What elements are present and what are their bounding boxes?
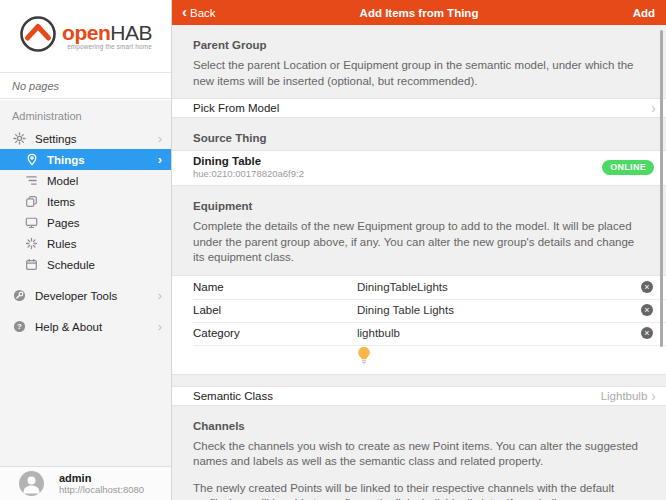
page-title: Add Items from Thing bbox=[172, 7, 666, 19]
pick-from-model-label: Pick From Model bbox=[193, 102, 279, 114]
tools-icon bbox=[12, 289, 27, 303]
calendar-icon bbox=[24, 258, 39, 272]
sidebar: openHAB empowering the smart home No pag… bbox=[0, 0, 172, 500]
sidebar-item-label: Schedule bbox=[47, 259, 95, 271]
channels-title: Channels bbox=[193, 420, 640, 432]
semantic-class-label: Semantic Class bbox=[193, 390, 273, 402]
lightbulb-icon bbox=[357, 351, 371, 368]
equipment-description: Complete the details of the new Equipmen… bbox=[193, 219, 642, 266]
pick-from-model-row[interactable]: Pick From Model › bbox=[172, 98, 666, 118]
sidebar-item-help-about[interactable]: ? Help & About › bbox=[0, 316, 171, 337]
no-pages-label: No pages bbox=[0, 72, 171, 99]
category-field-value[interactable]: lightbulb bbox=[357, 327, 641, 339]
semantic-class-value: Lightbulb bbox=[601, 390, 648, 402]
chevron-right-icon: › bbox=[158, 132, 162, 145]
gear-icon bbox=[12, 132, 27, 146]
sidebar-item-settings[interactable]: Settings › bbox=[0, 128, 171, 149]
sidebar-item-pages[interactable]: Pages bbox=[0, 212, 171, 233]
sidebar-item-schedule[interactable]: Schedule bbox=[0, 254, 171, 275]
semantic-class-row[interactable]: Semantic Class Lightbulb › bbox=[172, 386, 666, 406]
label-field-label: Label bbox=[193, 304, 357, 316]
parent-group-description: Select the parent Location or Equipment … bbox=[193, 58, 642, 89]
back-label: Back bbox=[190, 7, 216, 19]
category-field-row: Category lightbulb × bbox=[172, 322, 666, 345]
category-preview bbox=[172, 345, 666, 374]
sidebar-item-label: Model bbox=[47, 175, 78, 187]
user-name: admin bbox=[59, 472, 144, 484]
sidebar-item-label: Settings bbox=[35, 133, 77, 145]
name-field-label: Name bbox=[193, 281, 357, 293]
sidebar-item-developer-tools[interactable]: Developer Tools › bbox=[0, 285, 171, 306]
status-badge: ONLINE bbox=[602, 160, 654, 175]
openhab-logo-icon bbox=[19, 15, 57, 57]
parent-group-title: Parent Group bbox=[193, 39, 640, 51]
chevron-right-icon: › bbox=[158, 153, 162, 166]
sidebar-item-model[interactable]: Model bbox=[0, 170, 171, 191]
back-button[interactable]: ‹ Back bbox=[182, 7, 216, 19]
user-account[interactable]: admin http://localhost:8080 bbox=[0, 466, 171, 500]
openhab-wordmark: openHAB bbox=[62, 23, 152, 43]
sidebar-item-label: Rules bbox=[47, 238, 76, 250]
label-field-row: Label Dining Table Lights × bbox=[172, 299, 666, 322]
top-navbar: ‹ Back Add Items from Thing Add bbox=[172, 0, 666, 25]
server-url: http://localhost:8080 bbox=[59, 484, 144, 495]
sidebar-menu: Administration Settings › Things › bbox=[0, 100, 171, 466]
thing-name: Dining Table bbox=[193, 155, 304, 168]
tree-list-icon bbox=[24, 174, 39, 188]
sidebar-item-label: Help & About bbox=[35, 321, 102, 333]
sidebar-item-rules[interactable]: Rules bbox=[0, 233, 171, 254]
thing-uid: hue:0210:00178820a6f9:2 bbox=[193, 168, 304, 180]
copy-icon bbox=[24, 195, 39, 209]
svg-text:?: ? bbox=[17, 322, 22, 331]
spark-icon bbox=[24, 237, 39, 251]
name-field-row: Name DiningTableLights × bbox=[172, 276, 666, 299]
source-thing-title: Source Thing bbox=[193, 132, 640, 144]
openhab-logo: openHAB empowering the smart home bbox=[0, 0, 171, 72]
chevron-right-icon: › bbox=[651, 101, 656, 115]
clear-category-icon[interactable]: × bbox=[641, 327, 653, 339]
chevron-right-icon: › bbox=[158, 320, 162, 333]
equipment-form: Name DiningTableLights × Label Dining Ta… bbox=[172, 275, 666, 375]
sidebar-item-label: Pages bbox=[47, 217, 80, 229]
channels-description-2: The newly created Points will be linked … bbox=[193, 481, 642, 500]
monitor-icon bbox=[24, 216, 39, 230]
channels-description-1: Check the channels you wish to create as… bbox=[193, 439, 642, 470]
equipment-title: Equipment bbox=[193, 200, 640, 212]
name-field-value[interactable]: DiningTableLights bbox=[357, 281, 641, 293]
help-icon: ? bbox=[12, 320, 27, 334]
sidebar-item-items[interactable]: Items bbox=[0, 191, 171, 212]
logo-tagline: empowering the smart home bbox=[67, 43, 152, 50]
sidebar-item-things[interactable]: Things › bbox=[0, 149, 171, 170]
category-field-label: Category bbox=[193, 327, 357, 339]
pin-icon bbox=[24, 153, 39, 167]
label-field-value[interactable]: Dining Table Lights bbox=[357, 304, 641, 316]
source-thing-row[interactable]: Dining Table hue:0210:00178820a6f9:2 ONL… bbox=[172, 150, 666, 186]
sidebar-item-label: Things bbox=[47, 154, 85, 166]
avatar bbox=[19, 471, 44, 496]
sidebar-item-label: Developer Tools bbox=[35, 290, 117, 302]
clear-name-icon[interactable]: × bbox=[641, 281, 653, 293]
sidebar-item-label: Items bbox=[47, 196, 75, 208]
chevron-right-icon: › bbox=[158, 289, 162, 302]
main-content: Parent Group Select the parent Location … bbox=[172, 25, 666, 500]
administration-section-label: Administration bbox=[0, 100, 171, 128]
clear-label-icon[interactable]: × bbox=[641, 304, 653, 316]
add-button[interactable]: Add bbox=[633, 7, 655, 19]
scrollbar[interactable] bbox=[660, 30, 663, 347]
chevron-left-icon: ‹ bbox=[182, 6, 187, 18]
chevron-right-icon: › bbox=[651, 389, 656, 403]
